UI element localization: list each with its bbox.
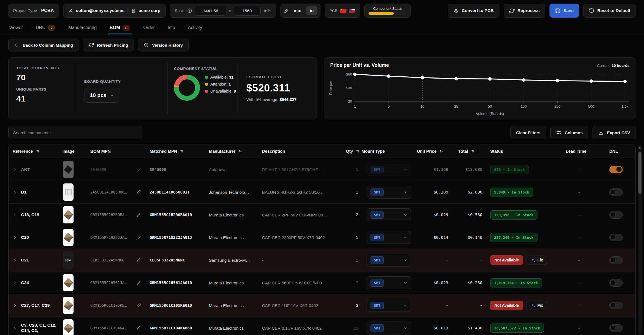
chevron-right-icon[interactable] [13, 213, 17, 217]
thumbnail-shape [63, 278, 73, 287]
lead-time-cell: - [566, 213, 598, 217]
info-icon[interactable] [187, 8, 192, 13]
total-components-label: TOTAL COMPONENTS [16, 66, 75, 70]
sort-icon[interactable] [356, 149, 360, 153]
column-header-label: Total [458, 149, 468, 154]
pencil-icon[interactable] [136, 303, 141, 308]
us-flag-icon[interactable] [349, 9, 355, 13]
board-quantity-select[interactable]: 10 pcs [84, 88, 120, 103]
status-cell: 257,249 - In Stock [485, 233, 566, 242]
clear-filters-button[interactable]: Clear Filters [510, 126, 546, 139]
sort-icon[interactable] [238, 149, 242, 153]
chevron-right-icon[interactable] [13, 281, 17, 285]
unit-option-in[interactable]: in [306, 6, 317, 15]
convert-to-pcb-button[interactable]: Convert to PCB [448, 4, 499, 18]
price-volume-chart-card: Price per Unit vs. Volume Current: 10 bo… [324, 57, 636, 119]
component-thumbnail-cap [63, 297, 74, 314]
table-row: C3, C28, C1, C12, C14, C2,GRM155R71C104K… [9, 317, 635, 335]
search-input[interactable] [8, 126, 142, 139]
save-button[interactable]: Save [549, 4, 579, 18]
dnl-toggle[interactable] [609, 279, 623, 287]
sort-icon[interactable] [36, 149, 40, 153]
svg-text:$0: $0 [348, 99, 352, 103]
dnl-toggle[interactable] [609, 166, 623, 173]
tab-info[interactable]: Info [168, 21, 175, 34]
bom-mpn-cell: GRM155R71C104KA… [90, 326, 135, 330]
pencil-icon[interactable] [136, 213, 141, 217]
chevron-right-icon[interactable] [13, 326, 17, 330]
tab-viewer[interactable]: Viewer [9, 21, 23, 34]
svg-text:500: 500 [588, 104, 594, 108]
chevron-right-icon[interactable] [13, 235, 17, 240]
status-cell: 5,949 - In Stock [485, 188, 566, 197]
sort-icon[interactable] [471, 149, 475, 153]
refresh-pricing-button[interactable]: Refresh Pricing [83, 39, 134, 51]
tab-drc[interactable]: DRC7 [36, 21, 56, 34]
sort-icon[interactable] [180, 149, 184, 153]
board-quantity-section: BOARD QUANTITY 10 pcs [75, 58, 168, 119]
dnl-toggle[interactable] [609, 302, 623, 309]
mount-type-select[interactable]: SMT [367, 231, 411, 244]
bom-mpn-cell: SR4G008 [90, 167, 135, 172]
mount-type-cell: SMT [362, 231, 415, 244]
reference-cell: ANT [21, 167, 62, 172]
chevron-down-icon [403, 258, 407, 262]
dnl-toggle[interactable] [609, 234, 623, 241]
toggle-knob [610, 303, 616, 308]
mount-type-select[interactable]: SMT [367, 163, 411, 176]
component-thumbnail-cap [63, 274, 74, 291]
mount-type-select[interactable]: SMT [367, 322, 411, 334]
tab-manufacturing[interactable]: Manufacturing [68, 21, 96, 34]
svg-text:1.0k: 1.0k [622, 104, 629, 108]
bom-mpn-cell: GRM1555C1H2R0BA… [90, 213, 135, 217]
mount-type-select[interactable]: SMT [367, 276, 411, 289]
chevron-right-icon[interactable] [13, 258, 17, 262]
sort-icon[interactable] [439, 149, 444, 153]
reprocess-button[interactable]: Reprocess [504, 4, 545, 18]
mount-type-select[interactable]: SMT [367, 208, 411, 221]
table-scrollbar[interactable] [638, 145, 642, 335]
board-height-input[interactable] [234, 6, 261, 16]
version-history-button[interactable]: Version History [138, 39, 189, 51]
reset-to-default-button[interactable]: Reset to Default [583, 4, 636, 18]
pencil-icon[interactable] [136, 235, 141, 240]
reference-cell: B1 [21, 190, 62, 195]
pencil-icon[interactable] [136, 280, 141, 285]
dnl-toggle[interactable] [609, 256, 623, 264]
fix-button[interactable]: Fix [527, 301, 547, 310]
mount-type-select[interactable]: SMT [367, 254, 411, 266]
chevron-right-icon[interactable] [13, 168, 17, 172]
dnl-toggle[interactable] [609, 188, 623, 196]
board-width-input[interactable] [195, 6, 226, 16]
china-flag-icon[interactable] [340, 9, 346, 13]
component-status-label: Component Status [373, 7, 402, 11]
columns-button[interactable]: Columns [550, 126, 588, 139]
mount-type-select[interactable]: SMT [367, 186, 411, 199]
back-to-column-mapping-button[interactable]: Back to Column Mapping [8, 39, 79, 51]
expand-row-cell [9, 258, 21, 262]
component-status-widget[interactable]: Component Status [364, 4, 411, 18]
matched-mpn-cell: GRM155R71C104KA88D [150, 326, 209, 330]
expand-row-cell [9, 281, 21, 285]
unit-option-mm[interactable]: mm [290, 6, 305, 15]
scrollbar-thumb[interactable] [638, 152, 641, 194]
dnl-toggle[interactable] [609, 324, 623, 332]
pencil-icon[interactable] [136, 167, 141, 172]
pencil-icon[interactable] [136, 190, 141, 195]
export-csv-button[interactable]: Export CSV [593, 126, 636, 139]
mount-type-select[interactable]: SMT [367, 299, 411, 312]
column-header-unit-price: Unit Price [415, 149, 450, 154]
tab-activity[interactable]: Activity [188, 21, 202, 34]
mount-type-value: SMT [371, 256, 384, 264]
scroll-up-icon[interactable] [639, 147, 641, 148]
pencil-icon[interactable] [136, 326, 141, 331]
dnl-toggle[interactable] [609, 211, 623, 219]
toggle-knob [610, 280, 616, 285]
tab-bom[interactable]: BOM10 [110, 21, 131, 34]
tab-order[interactable]: Order [143, 21, 155, 34]
chevron-right-icon[interactable] [13, 190, 17, 194]
pencil-icon[interactable] [136, 258, 141, 263]
chevron-right-icon[interactable] [13, 303, 17, 308]
matched-mpn-cell: GRM1555C1H561JA01D [150, 280, 209, 285]
fix-button[interactable]: Fix [527, 256, 547, 265]
